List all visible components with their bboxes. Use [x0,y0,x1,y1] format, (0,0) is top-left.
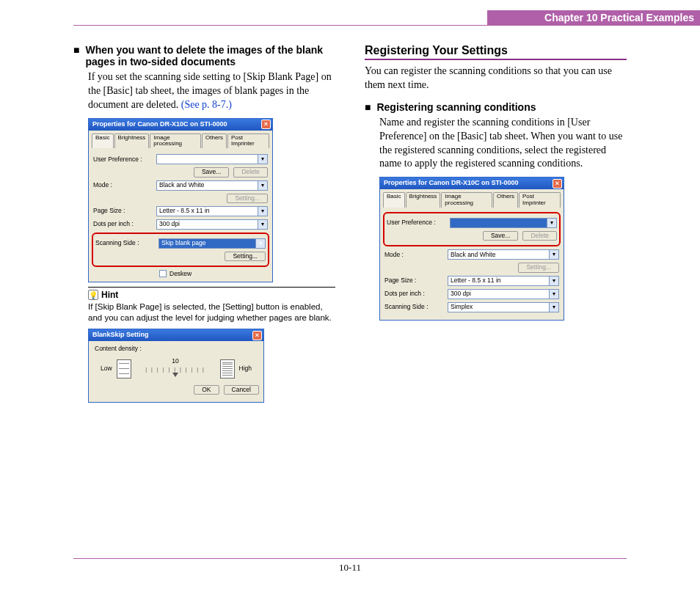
highlight-scanning-side: Scanning Side : Skip blank page Setting.… [92,233,269,267]
tab-basic[interactable]: Basic [92,133,114,149]
dialog-title: Properties for Canon DR-X10C on STI-0000 [384,180,519,187]
tab-image-processing[interactable]: Image processing [150,133,201,149]
dialog-tabs: Basic Brightness Image processing Others… [89,131,272,149]
mode-label: Mode : [93,182,152,189]
chapter-header: Chapter 10 Practical Examples [487,10,700,25]
delete-button: Delete [522,231,557,241]
dialog-title: Properties for Canon DR-X10C on STI-0000 [92,121,227,128]
page-size-label: Page Size : [384,277,443,284]
mode-combo[interactable]: Black and White [156,180,268,191]
save-button[interactable]: Save... [483,231,518,241]
right-heading-text: Registering scanning conditions [376,101,536,113]
left-column: ■ When you want to delete the images of … [73,44,335,407]
setting-button: Setting... [227,194,268,203]
dpi-combo[interactable]: 300 dpi [156,219,268,230]
footer-rule [73,558,627,559]
setting-button: Setting... [518,263,559,272]
slider-ticks: | | | | | | | | | | | [136,367,216,373]
cross-ref-link[interactable]: (See p. 8-7.) [181,99,232,110]
mode-combo[interactable]: Black and White [448,249,559,260]
tab-brightness[interactable]: Brightness [114,133,150,149]
high-label: High [239,365,252,372]
userpref-label: User Preference : [387,219,445,226]
section-title: Registering Your Settings [365,44,627,60]
left-heading-text: When you want to delete the images of th… [85,44,335,67]
scanning-side-label: Scanning Side : [384,304,443,310]
tab-post-imprinter[interactable]: Post Imprinter [227,133,269,149]
dpi-combo[interactable]: 300 dpi [448,289,559,299]
density-slider[interactable]: 10 | | | | | | | | | | | [136,358,216,378]
scanning-side-combo[interactable]: Skip blank page [158,238,266,249]
page-size-combo[interactable]: Letter - 8.5 x 11 in [448,276,559,286]
delete-button: Delete [233,167,268,177]
header-rule [73,25,700,26]
highlight-user-pref: User Preference : Save... Delete [383,212,561,246]
section-intro: You can register the scanning conditions… [365,65,627,92]
bullet-square-icon: ■ [365,101,371,113]
cancel-button[interactable]: Cancel [224,385,259,395]
sheet-sparse-icon [117,359,131,378]
scanning-side-label: Scanning Side : [95,240,154,246]
blankskip-dialog: BlankSkip Setting × Content density : Lo… [88,329,264,403]
page-size-label: Page Size : [93,208,152,214]
page-number: 10-11 [0,562,700,574]
tab-post-imprinter[interactable]: Post Imprinter [519,192,561,208]
userpref-combo[interactable] [450,218,557,228]
tab-others[interactable]: Others [493,192,518,208]
deskew-checkbox[interactable] [159,270,167,277]
close-icon[interactable]: × [261,120,271,129]
userpref-combo[interactable] [156,154,268,164]
deskew-label: Deskew [169,271,192,277]
sheet-dense-icon [220,359,235,378]
hint-bulb-icon: 💡 [88,290,98,300]
dpi-label: Dots per inch : [93,221,152,227]
properties-dialog: Properties for Canon DR-X10C on STI-0000… [88,118,273,283]
ok-button[interactable]: OK [194,385,219,395]
right-body: Name and register the scanning condition… [365,116,627,172]
properties-dialog-right: Properties for Canon DR-X10C on STI-0000… [379,177,564,320]
slider-value: 10 [136,358,216,365]
dpi-label: Dots per inch : [384,290,443,297]
content-density-label: Content density : [93,344,259,352]
left-heading: ■ When you want to delete the images of … [73,44,335,67]
scanning-side-combo[interactable]: Simplex [448,302,559,312]
dialog-titlebar: Properties for Canon DR-X10C on STI-0000… [89,119,272,131]
bullet-square-icon: ■ [73,44,79,56]
close-icon[interactable]: × [252,331,262,340]
blankskip-title: BlankSkip Setting [92,332,149,339]
tab-basic[interactable]: Basic [383,192,405,208]
hint-header: 💡 Hint [88,287,335,300]
page-size-combo[interactable]: Letter - 8.5 x 11 in [156,206,268,216]
hint-label: Hint [101,290,118,300]
setting2-button[interactable]: Setting... [225,252,266,261]
right-column: Registering Your Settings You can regist… [365,44,627,407]
tab-brightness[interactable]: Brightness [406,192,441,208]
slider-knob-icon[interactable] [172,373,178,377]
tab-others[interactable]: Others [202,133,227,149]
save-button[interactable]: Save... [194,167,229,177]
userpref-label: User Preference : [93,156,152,163]
low-label: Low [101,365,112,372]
right-heading: ■ Registering scanning conditions [365,101,627,113]
close-icon[interactable]: × [553,179,562,189]
tab-image-processing[interactable]: Image processing [441,192,492,208]
mode-label: Mode : [384,252,443,258]
left-body: If you set the scanning side setting to … [73,70,335,112]
hint-text: If [Skip Blank Page] is selected, the [S… [88,301,335,323]
